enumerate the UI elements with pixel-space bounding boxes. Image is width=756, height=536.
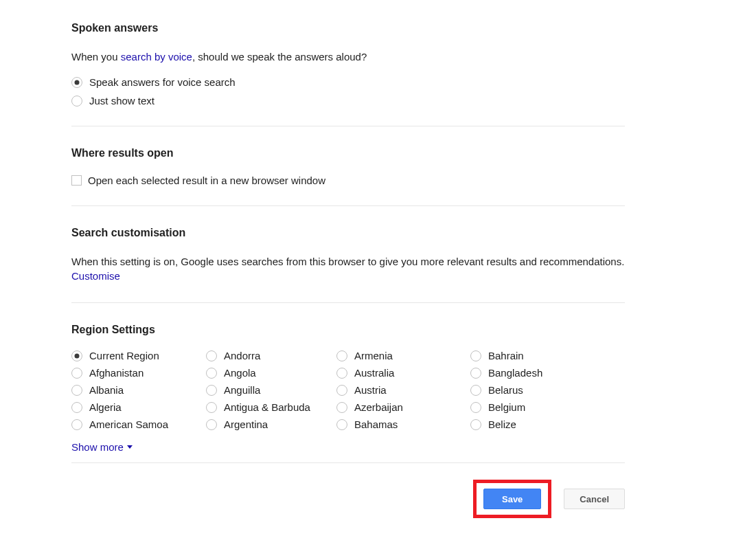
region-label: Armenia [354,350,393,361]
radio-icon[interactable] [206,368,217,379]
region-option[interactable]: Bahamas [336,416,470,433]
region-option[interactable]: Afghanistan [71,364,206,381]
radio-icon[interactable] [71,96,82,107]
radio-row-text[interactable]: Just show text [71,95,625,107]
results-open-checkbox-row[interactable]: Open each selected result in a new brows… [71,175,625,186]
region-col: Current Region Afghanistan Albania Alger… [71,347,206,433]
region-label: Antigua & Barbuda [224,401,310,413]
region-option[interactable]: Current Region [71,347,206,364]
region-option[interactable]: Anguilla [206,381,336,399]
button-row: Save Cancel [71,480,625,518]
results-open-section: Where results open Open each selected re… [71,147,625,186]
radio-icon[interactable] [206,419,217,430]
region-label: Andorra [224,350,260,361]
results-open-title: Where results open [71,147,625,159]
radio-icon[interactable] [71,368,82,379]
radio-icon[interactable] [71,77,82,88]
radio-icon[interactable] [336,368,347,379]
region-option[interactable]: Argentina [206,416,336,433]
region-option[interactable]: Albania [71,381,206,399]
checkbox-icon[interactable] [71,175,82,186]
region-label: Algeria [89,401,122,413]
radio-icon[interactable] [470,402,481,413]
radio-icon[interactable] [336,350,347,361]
region-label: Albania [89,384,124,396]
radio-icon[interactable] [206,385,217,396]
show-more-link[interactable]: Show more [71,441,133,453]
save-highlight-box: Save [473,480,551,518]
radio-icon[interactable] [336,419,347,430]
region-label: Austria [354,384,387,396]
region-option[interactable]: Austria [336,381,470,399]
region-option[interactable]: Belize [470,416,601,433]
spoken-radio-group: Speak answers for voice search Just show… [71,76,625,107]
region-option[interactable]: Andorra [206,347,336,364]
region-label: Belgium [488,401,525,413]
region-option[interactable]: Antigua & Barbuda [206,399,336,416]
radio-label: Speak answers for voice search [89,76,236,88]
region-option[interactable]: Algeria [71,399,206,416]
region-label: Belize [488,418,516,430]
spoken-answers-section: Spoken answers When you search by voice,… [71,22,625,107]
region-option[interactable]: Armenia [336,347,470,364]
region-label: Anguilla [224,384,260,396]
region-label: Angola [224,367,256,379]
spoken-answers-desc: When you search by voice, should we spea… [71,49,625,64]
divider [71,462,625,463]
radio-icon[interactable] [71,402,82,413]
radio-icon[interactable] [71,350,82,361]
customise-link[interactable]: Customise [71,270,120,282]
checkbox-label: Open each selected result in a new brows… [88,175,325,186]
radio-icon[interactable] [470,419,481,430]
region-option[interactable]: Bangladesh [470,364,601,381]
search-customisation-title: Search customisation [71,227,625,239]
radio-icon[interactable] [71,419,82,430]
region-col: Armenia Australia Austria Azerbaijan Bah… [336,347,470,433]
region-option[interactable]: Australia [336,364,470,381]
region-option[interactable]: Angola [206,364,336,381]
region-label: Argentina [224,418,268,430]
search-custom-text: When this setting is on, Google uses sea… [71,256,624,267]
divider [71,205,625,206]
region-settings-section: Region Settings Current Region Afghanist… [71,324,625,453]
radio-label: Just show text [89,95,154,107]
search-customisation-desc: When this setting is on, Google uses sea… [71,254,625,283]
region-option[interactable]: American Samoa [71,416,206,433]
region-label: Australia [354,367,394,379]
region-label: Azerbaijan [354,401,403,413]
divider [71,302,625,303]
search-by-voice-link[interactable]: search by voice [121,51,192,63]
region-option[interactable]: Belarus [470,381,601,399]
search-customisation-section: Search customisation When this setting i… [71,227,625,283]
region-label: Bahrain [488,350,524,361]
cancel-button[interactable]: Cancel [564,489,625,509]
region-option[interactable]: Belgium [470,399,601,416]
region-grid: Current Region Afghanistan Albania Alger… [71,347,625,433]
radio-icon[interactable] [206,402,217,413]
radio-icon[interactable] [470,368,481,379]
chevron-down-icon [127,445,133,449]
radio-icon[interactable] [206,350,217,361]
region-col: Andorra Angola Anguilla Antigua & Barbud… [206,347,336,433]
region-col: Bahrain Bangladesh Belarus Belgium Beliz… [470,347,601,433]
spoken-desc-suffix: , should we speak the answers aloud? [192,51,367,63]
save-button[interactable]: Save [483,489,541,509]
region-label: Afghanistan [89,367,144,379]
region-settings-title: Region Settings [71,324,625,336]
spoken-desc-prefix: When you [71,51,121,63]
radio-icon[interactable] [71,385,82,396]
divider [71,126,625,126]
spoken-answers-title: Spoken answers [71,22,625,34]
region-label: American Samoa [89,418,168,430]
region-label: Bangladesh [488,367,542,379]
region-label: Belarus [488,384,523,396]
region-label: Current Region [89,350,159,361]
radio-icon[interactable] [336,385,347,396]
radio-icon[interactable] [336,402,347,413]
radio-icon[interactable] [470,385,481,396]
region-label: Bahamas [354,418,398,430]
region-option[interactable]: Bahrain [470,347,601,364]
radio-icon[interactable] [470,350,481,361]
region-option[interactable]: Azerbaijan [336,399,470,416]
radio-row-speak[interactable]: Speak answers for voice search [71,76,625,88]
